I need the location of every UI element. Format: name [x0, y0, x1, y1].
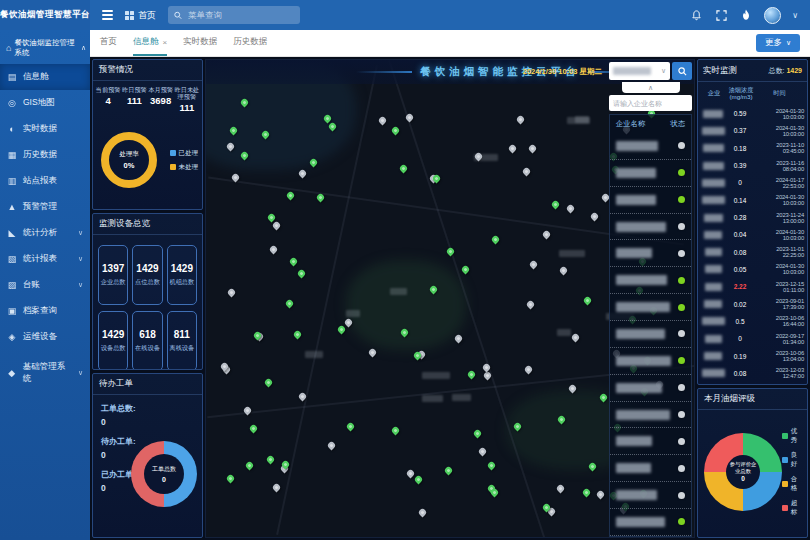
sidebar-item-stat-report[interactable]: ▧统计报表∨ — [0, 246, 90, 272]
map-pin[interactable] — [225, 142, 235, 152]
company-row[interactable] — [610, 267, 691, 294]
map-pin[interactable] — [467, 369, 477, 379]
map-pin[interactable] — [271, 482, 281, 492]
collapse-bar[interactable]: ∧ — [622, 82, 680, 93]
company-row[interactable] — [610, 321, 691, 348]
sidebar-item-site-report[interactable]: ▥站点报表 — [0, 168, 90, 194]
company-name-input[interactable] — [609, 95, 692, 111]
company-row[interactable] — [610, 509, 691, 536]
sidebar-header[interactable]: ⌂ 餐饮油烟监控管理系统 ∧ — [0, 30, 90, 64]
map-pin[interactable] — [264, 377, 274, 387]
map-pin[interactable] — [446, 247, 456, 257]
menu-search-input[interactable] — [186, 9, 294, 21]
map-pin[interactable] — [413, 475, 423, 485]
realtime-row[interactable]: 0.052024-01-30 10:03:00 — [700, 261, 805, 278]
map-pin[interactable] — [266, 212, 276, 222]
map-pin[interactable] — [478, 447, 488, 457]
flame-icon[interactable] — [739, 8, 753, 22]
map-pin[interactable] — [228, 125, 238, 135]
sidebar-item-base-mgmt[interactable]: ◆基础管理系统∨ — [0, 360, 90, 386]
map-pin[interactable] — [400, 327, 410, 337]
map-pin[interactable] — [260, 130, 270, 140]
map-pin[interactable] — [417, 507, 427, 517]
fullscreen-icon[interactable] — [714, 8, 728, 22]
map-pin[interactable] — [284, 299, 294, 309]
company-row[interactable] — [610, 214, 691, 241]
map-pin[interactable] — [567, 384, 577, 394]
map-pin[interactable] — [239, 98, 249, 108]
map-pin[interactable] — [528, 260, 538, 270]
map-pin[interactable] — [391, 425, 401, 435]
realtime-row[interactable]: 2.222023-12-15 01:11:00 — [700, 278, 805, 295]
map-pin[interactable] — [272, 220, 282, 230]
map-pin[interactable] — [444, 466, 454, 476]
map-pin[interactable] — [570, 332, 580, 342]
company-search-button[interactable] — [672, 62, 692, 80]
map-pin[interactable] — [508, 144, 518, 154]
map-pin[interactable] — [404, 113, 414, 123]
map-pin[interactable] — [368, 347, 378, 357]
map-pin[interactable] — [265, 455, 275, 465]
breadcrumb[interactable]: 首页 — [125, 9, 156, 22]
company-row[interactable] — [610, 294, 691, 321]
map-pin[interactable] — [550, 200, 560, 210]
realtime-row[interactable]: 02024-01-17 22:53:00 — [700, 174, 805, 191]
notification-bell-icon[interactable] — [689, 8, 703, 22]
menu-search[interactable] — [168, 6, 300, 24]
realtime-row[interactable]: 02022-09-17 01:34:00 — [700, 330, 805, 347]
map-pin[interactable] — [428, 284, 438, 294]
company-row[interactable] — [610, 402, 691, 429]
map-pin[interactable] — [337, 324, 347, 334]
map-pin[interactable] — [596, 490, 606, 500]
map-pin[interactable] — [473, 429, 483, 439]
map-pin[interactable] — [269, 245, 279, 255]
company-row[interactable] — [610, 187, 691, 214]
realtime-row[interactable]: 0.142024-01-30 10:03:00 — [700, 192, 805, 209]
sidebar-item-gis-map[interactable]: ◎GIS地图 — [0, 90, 90, 116]
realtime-row[interactable]: 0.082023-11-01 22:25:00 — [700, 244, 805, 261]
map-pin[interactable] — [227, 288, 237, 298]
map-pin[interactable] — [512, 422, 522, 432]
map-pin[interactable] — [378, 115, 388, 125]
sidebar-item-stat-analysis[interactable]: ◣统计分析∨ — [0, 220, 90, 246]
map-pin[interactable] — [315, 193, 325, 203]
sidebar-item-realtime-data[interactable]: ◐实时数据 — [0, 116, 90, 142]
sidebar-item-ledger[interactable]: ▨台账∨ — [0, 272, 90, 298]
map-pin[interactable] — [460, 264, 470, 274]
map[interactable]: 餐饮油烟智能监控云平台 2024/1/30 10:03 星期二 ∨ — [205, 59, 695, 538]
realtime-row[interactable]: 0.282023-11-24 13:00:00 — [700, 209, 805, 226]
map-pin[interactable] — [242, 406, 252, 416]
realtime-row[interactable]: 0.042024-01-30 10:03:00 — [700, 226, 805, 243]
map-pin[interactable] — [516, 114, 526, 124]
map-pin[interactable] — [297, 268, 307, 278]
map-pin[interactable] — [558, 266, 568, 276]
map-pin[interactable] — [308, 157, 318, 167]
tab-home[interactable]: 首页 — [100, 30, 117, 56]
map-pin[interactable] — [398, 164, 408, 174]
map-pin[interactable] — [288, 257, 298, 267]
map-pin[interactable] — [483, 370, 493, 380]
company-row[interactable] — [610, 133, 691, 160]
map-pin[interactable] — [293, 330, 303, 340]
sidebar-item-ops-device[interactable]: ◈运维设备 — [0, 324, 90, 350]
realtime-row[interactable]: 0.592024-01-30 10:03:00 — [700, 105, 805, 122]
map-pin[interactable] — [490, 235, 500, 245]
map-pin[interactable] — [405, 468, 415, 478]
realtime-row[interactable]: 0.022023-09-01 17:39:00 — [700, 295, 805, 312]
map-pin[interactable] — [487, 460, 497, 470]
sidebar-item-info-cabin[interactable]: ▤信息舱 — [0, 64, 90, 90]
sidebar-item-archive-query[interactable]: ▣档案查询 — [0, 298, 90, 324]
map-pin[interactable] — [285, 191, 295, 201]
map-pin[interactable] — [298, 392, 308, 402]
realtime-row[interactable]: 0.182023-11-10 03:45:00 — [700, 140, 805, 157]
sidebar-item-history-data[interactable]: ▦历史数据 — [0, 142, 90, 168]
tab-realtime-data[interactable]: 实时数据 — [183, 30, 217, 56]
user-menu-chevron-down-icon[interactable]: ∨ — [792, 11, 798, 20]
realtime-row[interactable]: 0.192023-10-06 13:04:00 — [700, 347, 805, 364]
company-row[interactable] — [610, 375, 691, 402]
map-pin[interactable] — [328, 121, 338, 131]
map-pin[interactable] — [582, 295, 592, 305]
realtime-row[interactable]: 0.392023-11-16 08:04:00 — [700, 157, 805, 174]
map-pin[interactable] — [346, 422, 356, 432]
map-pin[interactable] — [245, 461, 255, 471]
